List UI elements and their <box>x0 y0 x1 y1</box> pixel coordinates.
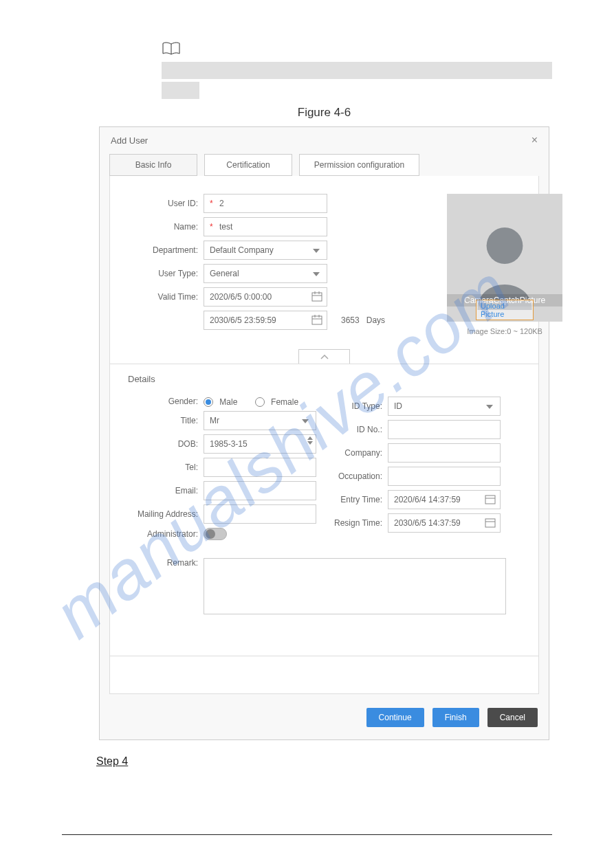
input-valid-to[interactable]: 2030/6/5 23:59:59 <box>204 311 327 330</box>
dialog-tabs: Basic Info Certification Permission conf… <box>100 154 549 176</box>
label-email: Email: <box>128 486 204 496</box>
label-mailing: Mailing Address: <box>128 509 204 519</box>
label-dob: DOB: <box>128 439 204 449</box>
label-name: Name: <box>128 222 204 232</box>
gender-radio-group: Male Female <box>204 397 314 407</box>
input-name[interactable]: * test <box>204 217 327 236</box>
dialog-footer: Continue Finish Cancel <box>100 704 549 739</box>
dialog-body: User ID: * 2 Name: * test <box>109 176 539 694</box>
label-user-type: User Type: <box>128 269 204 278</box>
label-days: Days <box>366 315 385 325</box>
dialog-header: Add User × <box>100 127 549 154</box>
svg-point-9 <box>487 227 523 264</box>
input-dob[interactable]: 1985-3-15 <box>204 434 316 454</box>
placeholder-bar-short <box>162 82 199 99</box>
input-tel[interactable] <box>204 458 316 477</box>
input-occupation[interactable] <box>388 467 501 486</box>
placeholder-bar <box>162 62 552 79</box>
input-id-no[interactable] <box>388 420 501 439</box>
label-occupation: Occupation: <box>323 471 388 481</box>
figure-caption: Figure 4-6 <box>96 106 552 120</box>
label-id-type: ID Type: <box>323 401 388 411</box>
value-days: 3653 <box>341 315 360 325</box>
input-valid-from[interactable]: 2020/6/5 0:00:00 <box>204 287 327 307</box>
select-title[interactable]: Mr <box>204 411 316 430</box>
label-female: Female <box>271 397 298 407</box>
svg-rect-1 <box>312 293 322 301</box>
value-valid-from: 2020/6/5 0:00:00 <box>210 292 272 302</box>
svg-rect-10 <box>485 496 495 504</box>
upload-picture-link[interactable]: Upload Picture <box>476 300 534 320</box>
value-dob: 1985-3-15 <box>210 439 248 449</box>
dialog-title: Add User <box>111 135 148 146</box>
input-email[interactable] <box>204 481 316 500</box>
select-id-type[interactable]: ID <box>388 397 501 416</box>
tab-certification[interactable]: Certification <box>204 154 292 176</box>
input-company[interactable] <box>388 443 501 463</box>
calendar-icon[interactable] <box>311 291 322 304</box>
tab-permission[interactable]: Permission configuration <box>299 154 419 176</box>
label-resign: Resign Time: <box>323 518 388 528</box>
label-admin: Administrator: <box>128 529 204 539</box>
value-user-type: General <box>210 269 239 278</box>
calendar-icon[interactable] <box>311 315 322 328</box>
label-user-id: User ID: <box>128 199 204 208</box>
tab-basic-info[interactable]: Basic Info <box>109 154 197 176</box>
label-entry: Entry Time: <box>323 495 388 504</box>
svg-rect-12 <box>485 519 495 527</box>
book-icon <box>162 41 552 58</box>
value-user-id: 2 <box>219 199 224 208</box>
add-user-dialog: Add User × Basic Info Certification Perm… <box>99 126 549 740</box>
chevron-up-icon <box>320 355 329 360</box>
value-entry: 2020/6/4 14:37:59 <box>394 495 461 504</box>
calendar-icon[interactable] <box>485 518 496 531</box>
label-male: Male <box>219 397 237 407</box>
label-valid-time: Valid Time: <box>128 292 204 302</box>
textarea-remark[interactable] <box>204 558 506 614</box>
label-company: Company: <box>323 448 388 458</box>
cancel-button[interactable]: Cancel <box>487 708 538 727</box>
label-remark: Remark: <box>128 558 204 568</box>
divider-bottom <box>110 656 538 656</box>
select-department[interactable]: Default Company <box>204 241 327 260</box>
value-id-type: ID <box>394 401 402 411</box>
finish-button[interactable]: Finish <box>432 708 479 727</box>
collapse-toggle[interactable] <box>298 349 350 364</box>
svg-rect-5 <box>312 316 322 324</box>
label-title: Title: <box>128 416 204 425</box>
select-user-type[interactable]: General <box>204 264 327 283</box>
calendar-icon[interactable] <box>485 494 496 507</box>
divider <box>110 364 538 364</box>
label-tel: Tel: <box>128 463 204 472</box>
radio-female[interactable] <box>255 397 265 407</box>
details-title: Details <box>128 374 520 384</box>
value-title: Mr <box>210 416 219 425</box>
input-mailing[interactable] <box>204 504 316 524</box>
label-department: Department: <box>128 245 204 255</box>
avatar-placeholder: CameraCaptchPicture Upload Picture <box>447 194 562 322</box>
value-resign: 2030/6/5 14:37:59 <box>394 518 461 528</box>
step-4-heading: Step 4 <box>96 755 552 768</box>
radio-male[interactable] <box>204 397 213 407</box>
label-gender: Gender: <box>128 397 204 406</box>
input-user-id[interactable]: * 2 <box>204 194 327 213</box>
value-valid-to: 2030/6/5 23:59:59 <box>210 315 276 325</box>
stepper-icon[interactable] <box>307 436 313 445</box>
page-rule <box>62 834 552 835</box>
input-resign-time[interactable]: 2030/6/5 14:37:59 <box>388 513 501 533</box>
value-name: test <box>219 222 232 232</box>
continue-button[interactable]: Continue <box>366 708 424 727</box>
image-size-note: Image Size:0 ~ 120KB <box>447 327 562 335</box>
close-icon[interactable]: × <box>531 134 538 146</box>
toggle-administrator[interactable] <box>204 528 227 540</box>
input-entry-time[interactable]: 2020/6/4 14:37:59 <box>388 490 501 509</box>
value-department: Default Company <box>210 245 274 255</box>
photo-panel: CameraCaptchPicture Upload Picture Image… <box>447 194 562 335</box>
label-id-no: ID No.: <box>323 425 388 434</box>
